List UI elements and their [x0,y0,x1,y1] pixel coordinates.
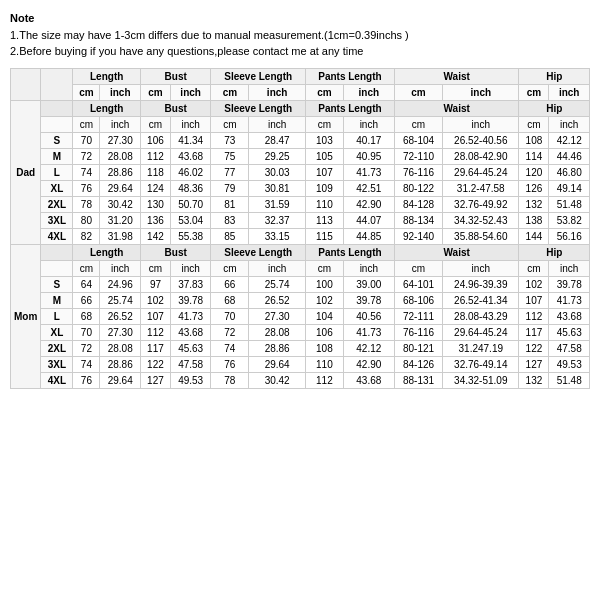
table-cell: 77 [211,164,249,180]
table-cell: 80 [73,212,100,228]
table-cell: 41.73 [549,292,590,308]
table-cell: 41.34 [170,132,210,148]
table-cell: 29.64-45.24 [443,324,519,340]
table-cell: 72 [73,340,100,356]
table-cell: 30.42 [100,196,140,212]
table-cell: 115 [305,228,343,244]
table-cell: 66 [211,276,249,292]
table-cell: 28.47 [249,132,306,148]
table-cell: 103 [305,132,343,148]
table-cell: 40.17 [343,132,394,148]
table-cell: 70 [73,324,100,340]
table-cell: 76-116 [394,324,442,340]
table-cell: 76 [211,356,249,372]
table-cell: 39.78 [549,276,590,292]
table-cell: 41.73 [170,308,210,324]
table-cell: 100 [305,276,343,292]
table-cell: 85 [211,228,249,244]
table-cell: 68 [73,308,100,324]
table-cell: 136 [140,212,170,228]
table-cell: 113 [305,212,343,228]
table-cell: 76 [73,372,100,388]
table-cell: 31.20 [100,212,140,228]
table-cell: 142 [140,228,170,244]
table-cell: 107 [140,308,170,324]
table-cell: 84-126 [394,356,442,372]
table-cell: 28.86 [100,356,140,372]
table-cell: 26.52 [249,292,306,308]
table-cell: 32.76-49.92 [443,196,519,212]
table-cell: 34.32-52.43 [443,212,519,228]
table-cell: 26.52 [100,308,140,324]
table-cell: 51.48 [549,372,590,388]
table-cell: 138 [519,212,549,228]
table-cell: 31.59 [249,196,306,212]
table-cell: 28.08-42.90 [443,148,519,164]
table-cell: 120 [519,164,549,180]
table-cell: 68-106 [394,292,442,308]
table-cell: 102 [305,292,343,308]
table-cell: 72 [73,148,100,164]
table-cell: 64 [73,276,100,292]
table-cell: 70 [73,132,100,148]
table-cell: 28.08 [100,148,140,164]
table-cell: 88-131 [394,372,442,388]
table-cell: 107 [305,164,343,180]
table-cell: 26.52-41.34 [443,292,519,308]
table-cell: 24.96 [100,276,140,292]
table-cell: 34.32-51.09 [443,372,519,388]
table-cell: 108 [305,340,343,356]
table-cell: 92-140 [394,228,442,244]
table-cell: 97 [140,276,170,292]
table-cell: 74 [73,356,100,372]
table-cell: 109 [305,180,343,196]
table-cell: 124 [140,180,170,196]
table-cell: 48.36 [170,180,210,196]
table-cell: 46.02 [170,164,210,180]
table-cell: 76-116 [394,164,442,180]
table-cell: 108 [519,132,549,148]
note-section: Note 1.The size may have 1-3cm differs d… [10,10,590,60]
table-cell: 27.30 [100,132,140,148]
note-title: Note [10,10,590,27]
table-cell: 28.86 [100,164,140,180]
table-cell: 42.12 [549,132,590,148]
table-cell: 68-104 [394,132,442,148]
table-cell: 39.78 [170,292,210,308]
table-cell: 25.74 [249,276,306,292]
table-cell: 44.46 [549,148,590,164]
table-cell: 118 [140,164,170,180]
table-cell: 132 [519,196,549,212]
table-cell: 49.53 [170,372,210,388]
table-cell: 27.30 [100,324,140,340]
table-cell: 112 [140,148,170,164]
table-cell: 31.247.19 [443,340,519,356]
table-cell: 81 [211,196,249,212]
table-cell: 30.42 [249,372,306,388]
table-cell: 53.04 [170,212,210,228]
table-cell: 75 [211,148,249,164]
table-cell: 106 [305,324,343,340]
table-cell: 79 [211,180,249,196]
table-cell: 26.52-40.56 [443,132,519,148]
table-cell: 44.85 [343,228,394,244]
table-cell: 78 [73,196,100,212]
table-cell: 29.25 [249,148,306,164]
table-cell: 43.68 [549,308,590,324]
table-cell: 117 [519,324,549,340]
table-cell: 24.96-39.39 [443,276,519,292]
table-cell: 74 [73,164,100,180]
table-cell: 66 [73,292,100,308]
table-cell: 130 [140,196,170,212]
table-cell: 83 [211,212,249,228]
table-cell: 45.63 [549,324,590,340]
table-cell: 28.08-43.29 [443,308,519,324]
table-cell: 110 [305,356,343,372]
table-cell: 43.68 [343,372,394,388]
table-cell: 84-128 [394,196,442,212]
table-cell: 29.64 [100,180,140,196]
table-cell: 72-111 [394,308,442,324]
table-cell: 43.68 [170,324,210,340]
table-cell: 82 [73,228,100,244]
table-cell: 29.64 [100,372,140,388]
